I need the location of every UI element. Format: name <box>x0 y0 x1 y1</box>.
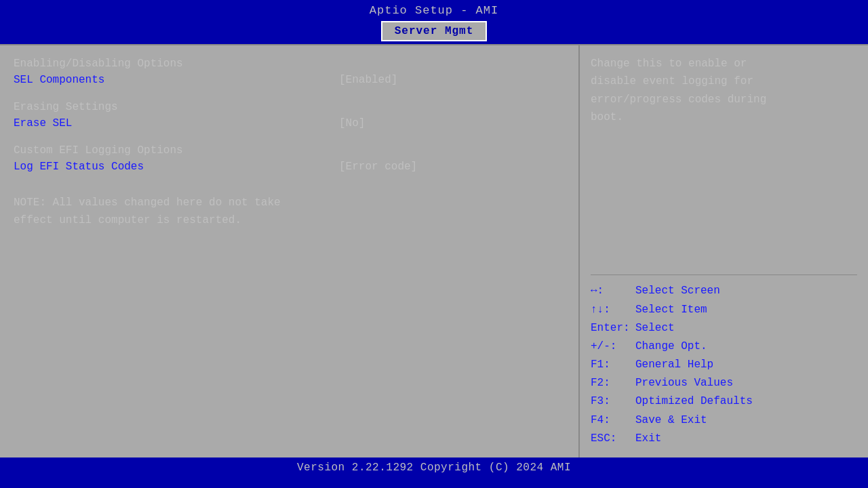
main-content: Enabling/Disabling Options SEL Component… <box>0 44 868 458</box>
section2-header: Erasing Settings <box>14 101 565 113</box>
note-text: NOTE: All values changed here do not tak… <box>14 195 565 229</box>
keybind-key-3: +/-: <box>591 338 631 356</box>
help-line1: Change this to enable or <box>591 55 857 73</box>
keybind-row-6: F3:Optimized Defaults <box>591 392 857 411</box>
keybind-key-6: F3: <box>591 392 631 411</box>
keybind-section: ↔:Select Screen↑↓:Select ItemEnter:Selec… <box>591 282 857 448</box>
keybind-action-0: Select Screen <box>635 282 720 300</box>
keybind-row-4: F1:General Help <box>591 356 857 374</box>
footer-text: Version 2.22.1292 Copyright (C) 2024 AMI <box>297 462 571 474</box>
left-panel: Enabling/Disabling Options SEL Component… <box>0 45 580 458</box>
divider <box>591 274 857 275</box>
footer: Version 2.22.1292 Copyright (C) 2024 AMI <box>0 458 868 479</box>
keybind-row-1: ↑↓:Select Item <box>591 301 857 319</box>
tab-bar: Server Mgmt <box>0 20 868 44</box>
keybind-action-5: Previous Values <box>635 374 733 392</box>
help-line2: disable event logging for <box>591 73 857 90</box>
tab-server-mgmt[interactable]: Server Mgmt <box>381 21 488 41</box>
note-line1: NOTE: All values changed here do not tak… <box>14 195 565 212</box>
keybind-key-5: F2: <box>591 374 631 392</box>
erase-sel-value: [No] <box>339 117 365 129</box>
keybind-action-2: Select <box>635 319 675 338</box>
help-line3: error/progress codes during <box>591 91 857 108</box>
app-title: Aptio Setup - AMI <box>370 4 498 17</box>
log-efi-value: [Error code] <box>339 161 417 173</box>
log-efi-row: Log EFI Status Codes [Error code] <box>14 161 565 173</box>
note-line2: effect until computer is restarted. <box>14 212 565 230</box>
sel-components-label[interactable]: SEL Components <box>14 74 339 86</box>
keybind-row-2: Enter:Select <box>591 319 857 338</box>
keybind-row-0: ↔:Select Screen <box>591 282 857 300</box>
keybind-row-7: F4:Save & Exit <box>591 411 857 430</box>
keybind-key-4: F1: <box>591 356 631 374</box>
keybind-action-8: Exit <box>635 430 661 448</box>
keybind-key-1: ↑↓: <box>591 301 631 319</box>
help-text: Change this to enable or disable event l… <box>591 55 857 265</box>
right-panel: Change this to enable or disable event l… <box>580 45 868 458</box>
keybind-action-4: General Help <box>635 356 713 374</box>
keybind-action-6: Optimized Defaults <box>635 392 753 411</box>
section1-header: Enabling/Disabling Options <box>14 58 565 70</box>
keybind-row-5: F2:Previous Values <box>591 374 857 392</box>
title-bar: Aptio Setup - AMI <box>0 0 868 20</box>
erase-sel-label[interactable]: Erase SEL <box>14 117 339 129</box>
keybind-row-8: ESC:Exit <box>591 430 857 448</box>
erase-sel-row: Erase SEL [No] <box>14 117 565 129</box>
keybind-key-0: ↔: <box>591 282 631 300</box>
sel-components-value: [Enabled] <box>339 74 397 86</box>
keybind-row-3: +/-:Change Opt. <box>591 338 857 356</box>
log-efi-label[interactable]: Log EFI Status Codes <box>14 161 339 173</box>
sel-components-row: SEL Components [Enabled] <box>14 74 565 86</box>
section3-header: Custom EFI Logging Options <box>14 144 565 157</box>
keybind-action-3: Change Opt. <box>635 338 707 356</box>
keybind-key-8: ESC: <box>591 430 631 448</box>
keybind-action-1: Select Item <box>635 301 707 319</box>
help-line4: boot. <box>591 108 857 126</box>
keybind-key-2: Enter: <box>591 319 631 338</box>
keybind-action-7: Save & Exit <box>635 411 707 430</box>
keybind-key-7: F4: <box>591 411 631 430</box>
